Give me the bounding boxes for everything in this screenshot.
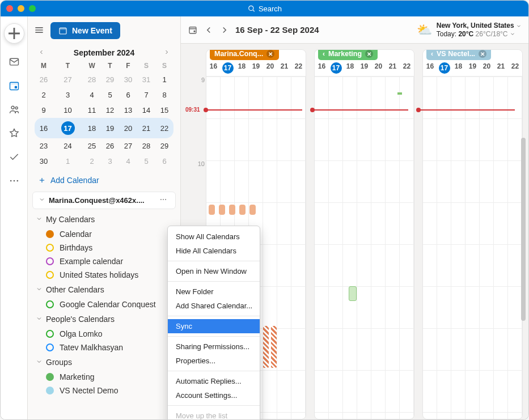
calendar-item[interactable]: Birthdays <box>32 241 176 254</box>
menu-item[interactable]: Add Shared Calendar... <box>168 299 260 313</box>
close-pane-button[interactable]: ✕ <box>479 50 486 58</box>
calendar-group-header[interactable]: Groups <box>32 354 176 370</box>
mini-cal-day[interactable]: 17 <box>53 118 83 138</box>
mini-cal-day[interactable]: 20 <box>119 118 137 138</box>
mini-cal-day[interactable]: 9 <box>35 103 53 118</box>
rail-tasks[interactable] <box>9 151 20 163</box>
day-header[interactable]: 20 <box>371 60 386 76</box>
day-header[interactable]: 20 <box>480 60 494 76</box>
day-header[interactable]: 21 <box>494 60 508 76</box>
mini-cal-day[interactable]: 30 <box>119 72 137 87</box>
day-header[interactable]: 18 <box>343 60 357 76</box>
mini-cal-day[interactable]: 5 <box>101 87 119 103</box>
calendar-item[interactable]: Example calendar <box>32 254 176 268</box>
rail-more[interactable] <box>9 175 20 186</box>
calendar-group-header[interactable]: Other Calendars <box>32 282 176 298</box>
menu-item[interactable]: Sync <box>168 319 260 333</box>
day-header[interactable]: 16 <box>315 60 329 76</box>
mini-cal-day[interactable]: 8 <box>155 87 173 103</box>
day-header[interactable]: 22 <box>291 60 306 76</box>
mini-cal-day[interactable]: 4 <box>119 154 137 169</box>
event-block[interactable] <box>397 92 402 95</box>
event-block[interactable] <box>209 205 215 215</box>
mini-cal-next[interactable] <box>163 49 170 57</box>
event-block[interactable] <box>219 205 225 215</box>
day-header[interactable]: 22 <box>400 60 414 76</box>
mini-cal-day[interactable]: 29 <box>155 138 173 154</box>
mini-cal-day[interactable]: 31 <box>137 72 155 87</box>
mini-cal-day[interactable]: 6 <box>155 154 173 169</box>
mini-cal-day[interactable]: 10 <box>53 103 83 118</box>
rail-favorites[interactable] <box>9 128 20 139</box>
mini-cal-day[interactable]: 19 <box>101 118 119 138</box>
global-search[interactable]: Search <box>247 5 282 13</box>
account-more-button[interactable] <box>157 196 170 205</box>
mini-cal-day[interactable]: 16 <box>35 118 53 138</box>
day-header[interactable]: 17 <box>437 60 451 76</box>
menu-item[interactable]: Show All Calendars <box>168 230 260 244</box>
mini-cal-day[interactable]: 14 <box>137 103 155 118</box>
rail-mail[interactable] <box>9 56 20 67</box>
day-header[interactable]: 20 <box>263 60 277 76</box>
mini-cal-day[interactable]: 18 <box>83 118 101 138</box>
day-header[interactable]: 16 <box>206 60 221 76</box>
mini-cal-day[interactable]: 28 <box>83 72 101 87</box>
day-header[interactable]: 19 <box>357 60 371 76</box>
mini-cal-day[interactable]: 23 <box>35 138 53 154</box>
new-event-button[interactable]: New Event <box>50 22 120 39</box>
mini-cal-table[interactable]: MTWTFSS 26272829303112345678910111213141… <box>35 60 173 169</box>
event-block[interactable] <box>229 205 235 215</box>
mini-cal-day[interactable]: 26 <box>101 138 119 154</box>
busy-block[interactable] <box>271 326 277 368</box>
day-grid[interactable] <box>423 77 522 419</box>
mini-cal-day[interactable]: 27 <box>53 72 83 87</box>
menu-item[interactable]: Automatic Replies... <box>168 374 260 388</box>
day-header[interactable]: 21 <box>277 60 291 76</box>
mini-cal-day[interactable]: 1 <box>155 72 173 87</box>
mini-cal-day[interactable]: 24 <box>53 138 83 154</box>
menu-item[interactable]: Properties... <box>168 354 260 368</box>
day-grid[interactable] <box>315 77 414 419</box>
menu-item[interactable]: Account Settings... <box>168 388 260 402</box>
mini-cal-day[interactable]: 6 <box>119 87 137 103</box>
event-block[interactable] <box>239 205 246 215</box>
day-header[interactable]: 18 <box>451 60 465 76</box>
next-week-button[interactable] <box>219 25 230 35</box>
event-block[interactable] <box>349 286 357 301</box>
close-window-button[interactable] <box>6 5 13 12</box>
mini-cal-day[interactable]: 3 <box>101 154 119 169</box>
calendar-item[interactable]: Tatev Malkhasyan <box>32 341 176 354</box>
calendar-item[interactable]: Marketing <box>32 370 176 384</box>
menu-item[interactable]: Sharing Permissions... <box>168 340 260 354</box>
mini-cal-day[interactable]: 11 <box>83 103 101 118</box>
calendar-item[interactable]: United States holidays <box>32 268 176 282</box>
close-pane-button[interactable]: ✕ <box>266 50 274 58</box>
mini-cal-day[interactable]: 26 <box>35 72 53 87</box>
minimize-window-button[interactable] <box>18 5 24 12</box>
mini-cal-day[interactable]: 27 <box>119 138 137 154</box>
prev-week-button[interactable] <box>204 25 214 35</box>
mini-cal-day[interactable]: 25 <box>83 138 101 154</box>
add-calendar-button[interactable]: Add Calendar <box>28 171 180 189</box>
menu-item[interactable]: Open in New Window <box>168 264 260 278</box>
menu-item[interactable]: Hide All Calendars <box>168 244 260 258</box>
day-header[interactable]: 17 <box>221 60 235 76</box>
busy-block[interactable] <box>263 326 269 368</box>
mini-cal-day[interactable]: 22 <box>155 118 173 138</box>
compose-button[interactable] <box>4 23 24 44</box>
mini-cal-day[interactable]: 2 <box>83 154 101 169</box>
account-row[interactable]: Marina.Conquest@x462x.... <box>32 192 176 209</box>
calendar-pane[interactable]: ‹VS Nectel...✕16171819202122 <box>422 49 523 419</box>
calendar-group-header[interactable]: People's Calendars <box>32 311 176 327</box>
day-header[interactable]: 22 <box>508 60 522 76</box>
pane-tab[interactable]: ‹Marketing✕ <box>318 49 378 60</box>
calendar-pane[interactable]: ‹Marketing✕16171819202122 <box>314 49 414 419</box>
menu-item[interactable]: New Folder <box>168 285 260 299</box>
mini-cal-day[interactable]: 13 <box>119 103 137 118</box>
close-pane-button[interactable]: ✕ <box>365 50 373 58</box>
day-header[interactable]: 17 <box>329 60 343 76</box>
scrollbar[interactable] <box>521 78 527 410</box>
weather-widget[interactable]: ⛅ New York, United States Today: 20°C 26… <box>417 22 522 38</box>
mini-cal-day[interactable]: 2 <box>35 87 53 103</box>
mini-cal-day[interactable]: 30 <box>35 154 53 169</box>
